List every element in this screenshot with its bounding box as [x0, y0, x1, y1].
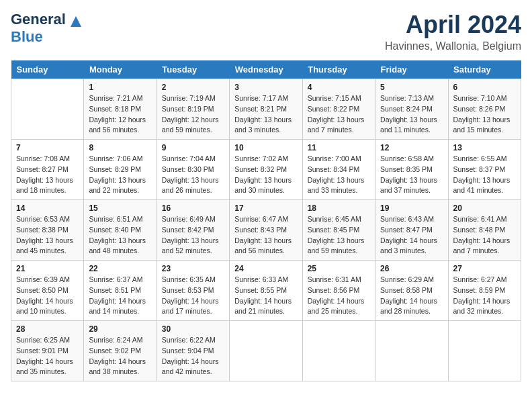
- day-number: 16: [162, 203, 224, 213]
- calendar-cell: 16Sunrise: 6:49 AMSunset: 8:42 PMDayligh…: [157, 200, 229, 261]
- calendar-cell: 15Sunrise: 6:51 AMSunset: 8:40 PMDayligh…: [84, 200, 157, 261]
- day-number: 15: [89, 203, 151, 213]
- day-number: 6: [453, 83, 516, 92]
- day-number: 17: [234, 203, 297, 213]
- calendar-cell: 12Sunrise: 6:58 AMSunset: 8:35 PMDayligh…: [375, 140, 448, 200]
- calendar-cell: 17Sunrise: 6:47 AMSunset: 8:43 PMDayligh…: [230, 200, 302, 261]
- day-info: Sunrise: 6:31 AMSunset: 8:56 PMDaylight:…: [308, 275, 370, 317]
- calendar-cell: 13Sunrise: 6:55 AMSunset: 8:37 PMDayligh…: [448, 140, 521, 200]
- calendar-cell: 7Sunrise: 7:08 AMSunset: 8:27 PMDaylight…: [11, 140, 84, 200]
- calendar-cell: [302, 321, 375, 381]
- day-info: Sunrise: 6:29 AMSunset: 8:58 PMDaylight:…: [380, 275, 443, 317]
- day-info: Sunrise: 6:51 AMSunset: 8:40 PMDaylight:…: [89, 214, 151, 257]
- calendar-cell: [11, 79, 84, 140]
- day-info: Sunrise: 6:41 AMSunset: 8:48 PMDaylight:…: [453, 214, 516, 257]
- calendar-cell: 26Sunrise: 6:29 AMSunset: 8:58 PMDayligh…: [375, 261, 448, 321]
- day-info: Sunrise: 7:04 AMSunset: 8:30 PMDaylight:…: [162, 154, 224, 196]
- calendar-cell: 9Sunrise: 7:04 AMSunset: 8:30 PMDaylight…: [157, 140, 229, 200]
- day-number: 2: [162, 83, 224, 92]
- day-info: Sunrise: 6:35 AMSunset: 8:53 PMDaylight:…: [162, 275, 224, 317]
- svg-marker-0: [71, 16, 81, 27]
- calendar-cell: 10Sunrise: 7:02 AMSunset: 8:32 PMDayligh…: [230, 140, 302, 200]
- day-info: Sunrise: 6:22 AMSunset: 9:04 PMDaylight:…: [162, 335, 224, 377]
- day-number: 13: [453, 143, 516, 152]
- day-number: 19: [380, 203, 443, 213]
- calendar-cell: [375, 321, 448, 381]
- day-info: Sunrise: 6:24 AMSunset: 9:02 PMDaylight:…: [89, 335, 151, 377]
- day-info: Sunrise: 6:45 AMSunset: 8:45 PMDaylight:…: [308, 214, 370, 257]
- calendar-cell: 24Sunrise: 6:33 AMSunset: 8:55 PMDayligh…: [230, 261, 302, 321]
- day-number: 8: [89, 143, 151, 152]
- calendar-cell: 8Sunrise: 7:06 AMSunset: 8:29 PMDaylight…: [84, 140, 157, 200]
- day-number: 4: [308, 83, 370, 92]
- day-number: 11: [308, 143, 370, 152]
- calendar-week-row: 1Sunrise: 7:21 AMSunset: 8:18 PMDaylight…: [11, 79, 521, 140]
- day-number: 22: [89, 264, 151, 273]
- day-number: 1: [89, 83, 151, 92]
- month-title: April 2024: [385, 11, 521, 39]
- weekday-header-row: SundayMondayTuesdayWednesdayThursdayFrid…: [11, 60, 521, 79]
- day-number: 30: [162, 324, 224, 334]
- day-info: Sunrise: 6:25 AMSunset: 9:01 PMDaylight:…: [16, 335, 79, 377]
- day-number: 24: [234, 264, 297, 273]
- calendar-cell: 4Sunrise: 7:15 AMSunset: 8:22 PMDaylight…: [302, 79, 375, 140]
- weekday-header-tuesday: Tuesday: [157, 60, 229, 79]
- day-number: 28: [16, 324, 79, 334]
- weekday-header-friday: Friday: [375, 60, 448, 79]
- day-info: Sunrise: 6:55 AMSunset: 8:37 PMDaylight:…: [453, 154, 516, 196]
- calendar-cell: 3Sunrise: 7:17 AMSunset: 8:21 PMDaylight…: [230, 79, 302, 140]
- calendar-week-row: 28Sunrise: 6:25 AMSunset: 9:01 PMDayligh…: [11, 321, 521, 381]
- day-info: Sunrise: 6:37 AMSunset: 8:51 PMDaylight:…: [89, 275, 151, 317]
- weekday-header-monday: Monday: [84, 60, 157, 79]
- logo-general: General: [11, 11, 66, 28]
- day-info: Sunrise: 7:19 AMSunset: 8:19 PMDaylight:…: [162, 93, 224, 136]
- calendar-cell: 20Sunrise: 6:41 AMSunset: 8:48 PMDayligh…: [448, 200, 521, 261]
- day-number: 12: [380, 143, 443, 152]
- calendar-cell: 23Sunrise: 6:35 AMSunset: 8:53 PMDayligh…: [157, 261, 229, 321]
- calendar-cell: 6Sunrise: 7:10 AMSunset: 8:26 PMDaylight…: [448, 79, 521, 140]
- day-number: 10: [234, 143, 297, 152]
- day-info: Sunrise: 7:10 AMSunset: 8:26 PMDaylight:…: [453, 93, 516, 136]
- calendar-cell: 14Sunrise: 6:53 AMSunset: 8:38 PMDayligh…: [11, 200, 84, 261]
- calendar-cell: [230, 321, 302, 381]
- day-info: Sunrise: 7:21 AMSunset: 8:18 PMDaylight:…: [89, 93, 151, 136]
- header: General Blue April 2024 Havinnes, Wallon…: [11, 11, 521, 52]
- calendar-cell: 25Sunrise: 6:31 AMSunset: 8:56 PMDayligh…: [302, 261, 375, 321]
- day-number: 5: [380, 83, 443, 92]
- calendar-week-row: 7Sunrise: 7:08 AMSunset: 8:27 PMDaylight…: [11, 140, 521, 200]
- day-info: Sunrise: 6:27 AMSunset: 8:59 PMDaylight:…: [453, 275, 516, 317]
- calendar-cell: [448, 321, 521, 381]
- calendar-cell: 29Sunrise: 6:24 AMSunset: 9:02 PMDayligh…: [84, 321, 157, 381]
- day-info: Sunrise: 7:08 AMSunset: 8:27 PMDaylight:…: [16, 154, 79, 196]
- day-number: 20: [453, 203, 516, 213]
- weekday-header-thursday: Thursday: [302, 60, 375, 79]
- calendar-cell: 5Sunrise: 7:13 AMSunset: 8:24 PMDaylight…: [375, 79, 448, 140]
- calendar-table: SundayMondayTuesdayWednesdayThursdayFrid…: [11, 60, 521, 381]
- day-number: 3: [234, 83, 297, 92]
- day-number: 9: [162, 143, 224, 152]
- day-info: Sunrise: 7:00 AMSunset: 8:34 PMDaylight:…: [308, 154, 370, 196]
- title-area: April 2024 Havinnes, Wallonia, Belgium: [385, 11, 521, 52]
- day-number: 23: [162, 264, 224, 273]
- calendar-week-row: 14Sunrise: 6:53 AMSunset: 8:38 PMDayligh…: [11, 200, 521, 261]
- day-info: Sunrise: 7:17 AMSunset: 8:21 PMDaylight:…: [234, 93, 297, 136]
- day-number: 29: [89, 324, 151, 334]
- calendar-cell: 28Sunrise: 6:25 AMSunset: 9:01 PMDayligh…: [11, 321, 84, 381]
- weekday-header-saturday: Saturday: [448, 60, 521, 79]
- logo-icon: [69, 15, 83, 28]
- day-number: 7: [16, 143, 79, 152]
- calendar-cell: 1Sunrise: 7:21 AMSunset: 8:18 PMDaylight…: [84, 79, 157, 140]
- day-info: Sunrise: 6:43 AMSunset: 8:47 PMDaylight:…: [380, 214, 443, 257]
- logo-blue: Blue: [11, 28, 43, 45]
- calendar-cell: 27Sunrise: 6:27 AMSunset: 8:59 PMDayligh…: [448, 261, 521, 321]
- calendar-week-row: 21Sunrise: 6:39 AMSunset: 8:50 PMDayligh…: [11, 261, 521, 321]
- calendar-cell: 30Sunrise: 6:22 AMSunset: 9:04 PMDayligh…: [157, 321, 229, 381]
- day-info: Sunrise: 6:49 AMSunset: 8:42 PMDaylight:…: [162, 214, 224, 257]
- day-info: Sunrise: 6:58 AMSunset: 8:35 PMDaylight:…: [380, 154, 443, 196]
- calendar-cell: 19Sunrise: 6:43 AMSunset: 8:47 PMDayligh…: [375, 200, 448, 261]
- logo: General Blue: [11, 11, 83, 46]
- calendar-cell: 21Sunrise: 6:39 AMSunset: 8:50 PMDayligh…: [11, 261, 84, 321]
- day-info: Sunrise: 7:15 AMSunset: 8:22 PMDaylight:…: [308, 93, 370, 136]
- weekday-header-wednesday: Wednesday: [230, 60, 302, 79]
- calendar-cell: 2Sunrise: 7:19 AMSunset: 8:19 PMDaylight…: [157, 79, 229, 140]
